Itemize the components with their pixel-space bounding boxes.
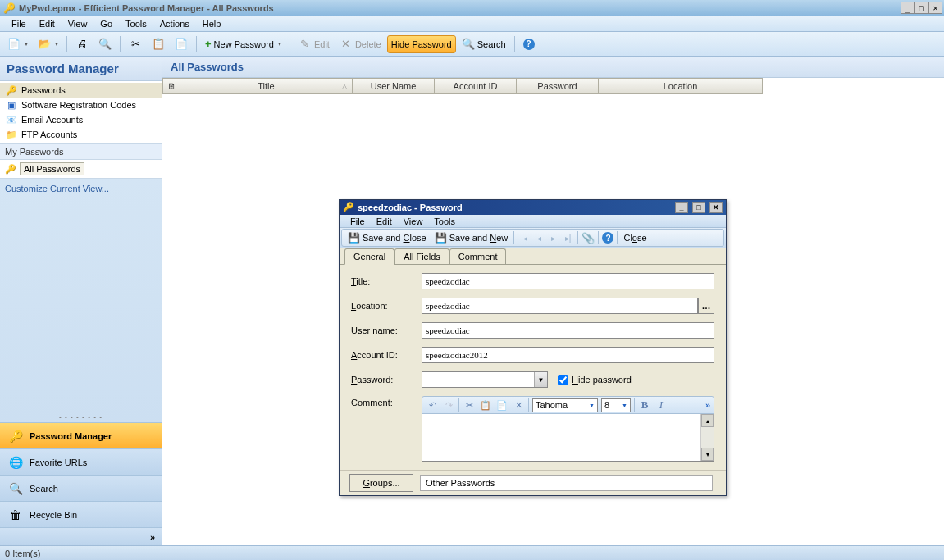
splitter-grip[interactable]: • • • • • • • • <box>0 412 162 422</box>
comment-textarea[interactable]: ▴ ▾ <box>422 414 714 462</box>
groups-value: Other Passwords <box>420 475 713 491</box>
menu-tools[interactable]: Tools <box>119 17 153 30</box>
nav-favorite-urls[interactable]: 🌐Favorite URLs <box>0 448 162 475</box>
copy-button[interactable]: 📋 <box>479 400 492 411</box>
tab-general[interactable]: General <box>344 248 394 265</box>
paste-button[interactable]: 📄 <box>495 400 508 411</box>
title-input[interactable] <box>422 273 714 289</box>
account-input[interactable] <box>422 347 714 363</box>
reg-icon: ▣ <box>5 99 18 111</box>
scrollbar-vertical[interactable]: ▴ ▾ <box>700 414 714 461</box>
nav-search[interactable]: 🔍Search <box>0 475 162 501</box>
dialog-menu-edit[interactable]: Edit <box>371 216 398 227</box>
help-icon: ? <box>523 39 535 50</box>
groups-button[interactable]: Groups... <box>349 474 413 492</box>
tree-item-ftp[interactable]: 📁FTP Accounts <box>0 127 162 142</box>
tree-item-software-reg[interactable]: ▣Software Registration Codes <box>0 98 162 112</box>
tree-item-email[interactable]: 📧Email Accounts <box>0 112 162 127</box>
dialog-maximize-button[interactable]: □ <box>692 202 705 213</box>
search-button[interactable]: 🔍Search <box>458 35 510 53</box>
nav-prev-button[interactable]: ◂ <box>534 234 545 243</box>
cut-button[interactable]: ✂ <box>463 400 476 411</box>
undo-button[interactable]: ↶ <box>426 400 439 411</box>
dialog-menu-view[interactable]: View <box>398 216 429 227</box>
help-button[interactable]: ? <box>519 35 539 53</box>
my-passwords-label: My Passwords <box>0 143 162 160</box>
copy-icon: 📋 <box>152 38 165 51</box>
location-browse-button[interactable]: … <box>698 298 714 314</box>
hide-password-button[interactable]: Hide Password <box>387 35 456 53</box>
dialog-close-toolbar-button[interactable]: Close <box>621 233 649 243</box>
col-icon[interactable]: 🗎 <box>162 78 180 94</box>
password-label: Password: <box>351 375 413 385</box>
dialog-menu-tools[interactable]: Tools <box>428 216 461 227</box>
password-combo[interactable]: ▼ <box>422 371 548 388</box>
dialog-menu-file[interactable]: File <box>344 216 371 227</box>
customize-view-link[interactable]: Customize Current View... <box>0 179 162 198</box>
preview-button[interactable]: 🔍 <box>94 35 116 53</box>
scroll-down-button[interactable]: ▾ <box>701 448 714 461</box>
ftp-icon: 📁 <box>5 129 18 140</box>
nav-next-button[interactable]: ▸ <box>548 234 559 243</box>
menu-view[interactable]: View <box>62 17 94 30</box>
scroll-up-button[interactable]: ▴ <box>701 414 714 427</box>
clear-button[interactable]: ✕ <box>512 400 525 411</box>
location-input[interactable] <box>422 298 698 314</box>
delete-button[interactable]: ✕Delete <box>335 35 385 53</box>
all-passwords-row[interactable]: 🔑 All Passwords <box>0 160 162 179</box>
key-icon: 🔑 <box>5 84 18 96</box>
menu-actions[interactable]: Actions <box>153 17 196 30</box>
menu-file[interactable]: File <box>5 17 33 30</box>
nav-first-button[interactable]: |◂ <box>518 234 531 243</box>
edit-button[interactable]: ✎Edit <box>294 35 334 53</box>
rich-text-toolbar: ↶ ↷ ✂ 📋 📄 ✕ Tahoma▼ 8▼ B I » <box>422 396 714 414</box>
sidebar-footer: » <box>0 527 162 545</box>
nav-recycle-bin[interactable]: 🗑Recycle Bin <box>0 501 162 527</box>
col-title[interactable]: Title△ <box>180 78 353 94</box>
pencil-icon: ✎ <box>299 38 312 51</box>
chevron-down-icon[interactable]: ▼ <box>534 372 547 387</box>
copy-button[interactable]: 📋 <box>148 35 169 53</box>
close-button[interactable]: ✕ <box>928 2 942 14</box>
font-combo[interactable]: Tahoma▼ <box>532 398 598 412</box>
menu-go[interactable]: Go <box>93 17 119 30</box>
nav-password-manager[interactable]: 🔑Password Manager <box>0 422 162 448</box>
tab-all-fields[interactable]: All Fields <box>394 248 449 264</box>
dialog-tabs: General All Fields Comment <box>340 248 726 265</box>
save-and-new-button[interactable]: 💾Save and New <box>432 232 511 244</box>
paste-icon: 📄 <box>175 38 188 51</box>
open-button[interactable]: 📂▾ <box>34 35 62 53</box>
minimize-button[interactable]: _ <box>901 2 914 14</box>
chevron-right-icon[interactable]: » <box>150 532 155 542</box>
print-button[interactable]: 🖨 <box>71 35 93 53</box>
menu-help[interactable]: Help <box>196 17 228 30</box>
col-username[interactable]: User Name <box>353 78 435 94</box>
tree-item-passwords[interactable]: 🔑Passwords <box>0 83 162 98</box>
col-password[interactable]: Password <box>517 78 599 94</box>
bold-button[interactable]: B <box>638 398 651 412</box>
tab-comment[interactable]: Comment <box>449 248 507 264</box>
font-size-combo[interactable]: 8▼ <box>601 398 631 412</box>
toolbar-more-button[interactable]: » <box>705 400 710 410</box>
maximize-button[interactable]: □ <box>914 2 928 14</box>
menu-edit[interactable]: Edit <box>33 17 62 30</box>
italic-button[interactable]: I <box>654 398 668 412</box>
dialog-form: Title: Location: … User name: Account ID… <box>340 265 726 470</box>
col-accountid[interactable]: Account ID <box>435 78 517 94</box>
save-and-close-button[interactable]: 💾Save and Close <box>345 232 429 244</box>
sidebar: Password Manager 🔑Passwords ▣Software Re… <box>0 57 162 545</box>
attachment-icon[interactable]: 📎 <box>581 232 595 244</box>
paste-button[interactable]: 📄 <box>171 35 192 53</box>
new-file-button[interactable]: 📄▾ <box>3 35 32 53</box>
nav-last-button[interactable]: ▸| <box>562 234 575 243</box>
hide-password-checkbox[interactable]: Hide password <box>558 375 632 385</box>
help-icon[interactable]: ? <box>602 232 613 244</box>
col-location[interactable]: Location <box>599 78 763 94</box>
cut-button[interactable]: ✂ <box>125 35 146 53</box>
new-password-button[interactable]: +New Password▾ <box>201 35 285 53</box>
dialog-close-button[interactable]: ✕ <box>709 202 723 213</box>
username-input[interactable] <box>422 322 714 339</box>
mail-icon: 📧 <box>5 114 18 125</box>
dialog-minimize-button[interactable]: _ <box>675 202 688 213</box>
redo-button[interactable]: ↷ <box>442 400 455 411</box>
